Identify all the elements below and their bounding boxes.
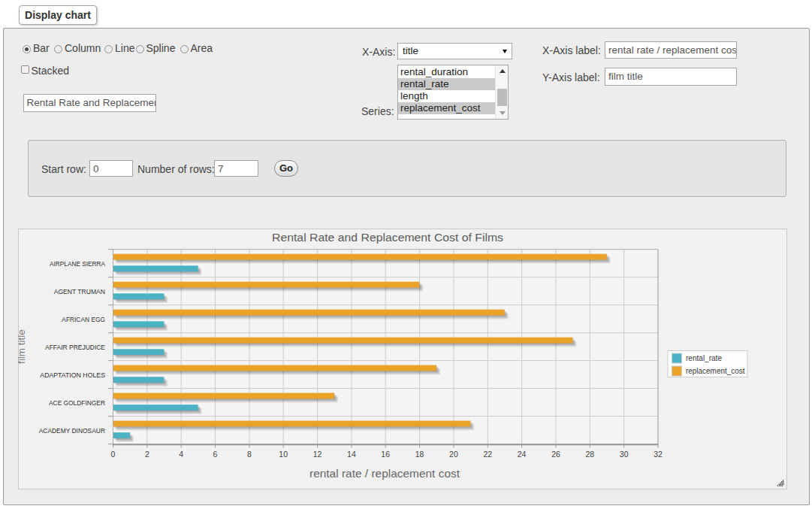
- svg-text:30: 30: [620, 450, 629, 459]
- svg-text:32: 32: [654, 450, 663, 459]
- svg-text:16: 16: [381, 450, 390, 459]
- svg-text:0: 0: [111, 450, 116, 459]
- svg-text:26: 26: [551, 450, 560, 459]
- svg-text:ACADEMY DINOSAUR: ACADEMY DINOSAUR: [39, 426, 105, 435]
- svg-text:12: 12: [313, 450, 322, 459]
- svg-text:ACE GOLDFINGER: ACE GOLDFINGER: [49, 398, 105, 407]
- svg-text:22: 22: [483, 450, 492, 459]
- svg-text:10: 10: [279, 450, 288, 459]
- svg-text:18: 18: [415, 450, 424, 459]
- svg-text:20: 20: [449, 450, 458, 459]
- svg-text:ADAPTATION HOLES: ADAPTATION HOLES: [40, 371, 105, 379]
- svg-text:2: 2: [145, 450, 149, 459]
- svg-text:AFRICAN EGG: AFRICAN EGG: [62, 315, 105, 323]
- svg-text:14: 14: [347, 450, 356, 459]
- svg-text:AFFAIR PREJUDICE: AFFAIR PREJUDICE: [45, 343, 105, 351]
- svg-text:AGENT TRUMAN: AGENT TRUMAN: [54, 287, 105, 295]
- svg-text:Rental Rate and Replacement Co: Rental Rate and Replacement Cost of Film…: [272, 231, 503, 244]
- svg-text:film title: film title: [18, 329, 27, 364]
- svg-text:replacement_cost: replacement_cost: [686, 366, 745, 375]
- svg-text:AIRPLANE SIERRA: AIRPLANE SIERRA: [50, 259, 105, 268]
- svg-text:28: 28: [585, 450, 594, 459]
- svg-text:4: 4: [179, 450, 183, 459]
- svg-text:rental rate / replacement cost: rental rate / replacement cost: [309, 468, 460, 480]
- svg-text:6: 6: [213, 450, 218, 459]
- svg-text:24: 24: [518, 450, 527, 459]
- svg-text:rental_rate: rental_rate: [686, 353, 722, 362]
- svg-text:8: 8: [247, 450, 252, 459]
